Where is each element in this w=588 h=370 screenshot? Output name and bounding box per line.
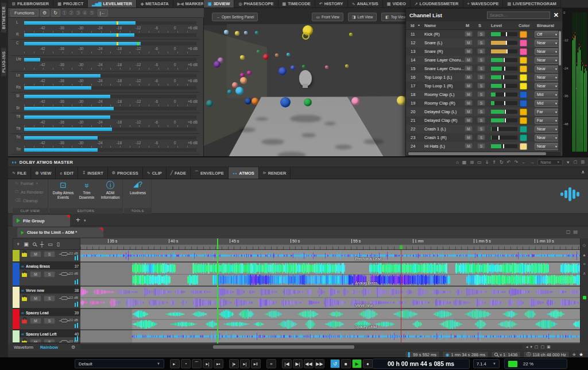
audio-object-sphere[interactable] — [287, 53, 290, 56]
layout-icon[interactable]: ▤ — [573, 229, 578, 234]
tab-waveform-view[interactable]: Waveform — [14, 345, 33, 350]
routing-icon[interactable] — [61, 296, 68, 300]
favorite-star-icon[interactable]: ★ — [572, 352, 577, 357]
tab-livespectrogram[interactable]: ▤LIVESPECTROGRAM — [503, 0, 560, 7]
audio-object-sphere[interactable] — [214, 61, 220, 68]
tab-project[interactable]: ▦PROJECT — [53, 0, 88, 7]
audio-object-sphere[interactable] — [397, 96, 406, 105]
import-icon[interactable]: ⇓ — [485, 160, 489, 165]
channel-row[interactable]: 15Snare Layer Choru...MSNear▼ — [406, 64, 562, 73]
opt1-icon[interactable]: ▢ — [535, 345, 539, 349]
stop-button[interactable]: ■ — [341, 359, 351, 368]
audio-object-sphere[interactable] — [255, 31, 258, 34]
audio-object-sphere[interactable] — [351, 97, 359, 105]
mute-button[interactable]: M — [465, 91, 473, 97]
mute-button[interactable]: M — [465, 40, 473, 45]
more-options-button[interactable]: » — [266, 359, 276, 368]
waveform-canvas[interactable] — [80, 263, 580, 286]
audio-object-sphere[interactable] — [247, 71, 252, 75]
home-icon[interactable]: ⌂ — [456, 160, 459, 165]
tab-phasescope[interactable]: ◎PHASESCOPE — [234, 0, 278, 7]
audio-object-sphere[interactable] — [275, 53, 278, 57]
mute-button[interactable]: M — [465, 143, 473, 149]
tab-history[interactable]: ↶HISTORY — [315, 0, 348, 7]
loop-button[interactable]: ↺ — [330, 359, 340, 368]
add-icon[interactable]: + — [17, 241, 20, 247]
track-header[interactable]: MS-22 dB — [13, 250, 80, 263]
tab-render[interactable]: ⊳RENDER — [259, 167, 291, 179]
color-swatch[interactable] — [520, 91, 527, 98]
audio-object-sphere[interactable] — [206, 100, 213, 107]
color-swatch[interactable] — [520, 126, 527, 133]
mute-button[interactable]: M — [465, 65, 473, 71]
mute-button[interactable]: M — [465, 48, 473, 54]
channel-row[interactable]: 14Snare Layer Choru...MSNear▼ — [406, 56, 562, 64]
binaural-dropdown[interactable]: Off▼ — [535, 31, 560, 38]
tab-3dview[interactable]: ▣3DVIEW — [204, 0, 234, 7]
audio-object-sphere[interactable] — [257, 50, 260, 53]
maximize-icon[interactable]: ▢ — [574, 160, 578, 164]
channel-row[interactable]: 20Delayed Clap (L)MSFar▼ — [406, 107, 562, 116]
mute-button[interactable]: M — [465, 83, 473, 88]
export-icon[interactable]: ⇑ — [492, 160, 496, 165]
filter-icon[interactable]: ▼ — [566, 160, 570, 164]
editor-button-adm-information[interactable]: ⓘADM Information — [99, 180, 122, 207]
mute-button[interactable]: M — [465, 74, 473, 80]
options-icon[interactable]: ◇ — [583, 243, 586, 248]
audio-object-sphere[interactable] — [244, 31, 247, 34]
color-swatch[interactable] — [520, 143, 527, 150]
peak-icon[interactable]: ∧ — [583, 271, 586, 276]
view-settings-gear-icon[interactable]: ⚙ — [71, 345, 75, 350]
close-icon[interactable]: ✕ — [554, 11, 559, 19]
routing-icon[interactable] — [61, 319, 68, 322]
lock-icon[interactable] — [22, 253, 27, 257]
color-swatch[interactable] — [520, 100, 527, 107]
timeline-ruler[interactable]: 35 s40 s45 s50 s55 s1 mn1 mn 5 s1 mn 10 … — [80, 238, 580, 250]
mute-button[interactable]: M — [30, 318, 41, 324]
sync-icon[interactable]: ↻ — [500, 160, 504, 165]
mute-button[interactable]: M — [465, 134, 473, 140]
waveform-canvas[interactable] — [80, 330, 580, 342]
solo-button[interactable]: S — [44, 295, 55, 302]
channel-row[interactable]: 19Roomy Clap (R)MSMid▼ — [406, 99, 562, 107]
preset-slot-button[interactable]: ⑤ — [90, 10, 95, 16]
undo-icon[interactable]: ↶ — [507, 160, 511, 165]
channel-row[interactable]: 11Kick (R)MSOff▼ — [406, 30, 562, 38]
menu-icon[interactable]: ▾ — [531, 345, 533, 349]
favorite-star-filled-icon[interactable]: ★ — [579, 352, 583, 357]
tab-file-group[interactable]: File Group — [13, 215, 70, 226]
solo-button[interactable]: S — [44, 271, 55, 278]
grid-icon[interactable]: ▦ — [462, 160, 467, 165]
track-header[interactable]: ∞Analog Brass37MS-22 dB — [13, 263, 80, 287]
timeline-hscrollbar[interactable] — [80, 345, 523, 349]
tab-atmos[interactable]: ◖◗ATMOS — [229, 167, 259, 179]
go-end-button[interactable]: ▶| — [293, 359, 303, 368]
audio-object-sphere[interactable] — [302, 65, 305, 68]
solo-button[interactable]: S — [44, 339, 55, 344]
column-header-name[interactable]: Name — [424, 23, 436, 28]
tab-process[interactable]: ⚙PROCESS — [108, 167, 143, 179]
binaural-dropdown[interactable]: Near▼ — [535, 83, 560, 90]
solo-button[interactable]: S — [477, 57, 485, 63]
binaural-dropdown[interactable]: Far▼ — [535, 117, 560, 124]
tab-document[interactable]: Close to the Limit – ADM * — [17, 228, 103, 237]
color-swatch[interactable] — [520, 31, 527, 38]
channel-row[interactable]: 22Crash 1 (L)MSNear▼ — [406, 125, 562, 133]
name-search-dropdown[interactable]: Name▼ — [537, 159, 563, 165]
solo-button[interactable]: S — [477, 91, 485, 97]
color-swatch[interactable] — [520, 117, 527, 124]
collapse-ribbon-button[interactable]: ∧ — [581, 169, 585, 175]
play-button[interactable]: ▶ — [352, 359, 362, 368]
transport-preset-dropdown[interactable]: Default ▼ — [75, 359, 164, 368]
color-swatch[interactable] — [520, 40, 527, 47]
timecode-display[interactable]: 00 h 00 mn 44 s 085 ms — [372, 359, 470, 369]
track-name-row[interactable]: ∞Spacey Lead39 — [20, 309, 80, 316]
tab-filebrowser[interactable]: ⊟FILEBROWSER — [8, 0, 53, 7]
dock-tab-plug-ins[interactable]: PLUG-INS — [1, 47, 7, 76]
track-lane[interactable]: Verve new — [80, 287, 580, 309]
audio-object-sphere[interactable] — [240, 55, 245, 60]
solo-button[interactable]: S — [477, 40, 485, 45]
scroll-left-icon[interactable]: ◂ — [526, 345, 528, 349]
binaural-dropdown[interactable]: Mid▼ — [535, 91, 560, 98]
nudge-play-button[interactable]: ▸‖ — [251, 359, 261, 368]
